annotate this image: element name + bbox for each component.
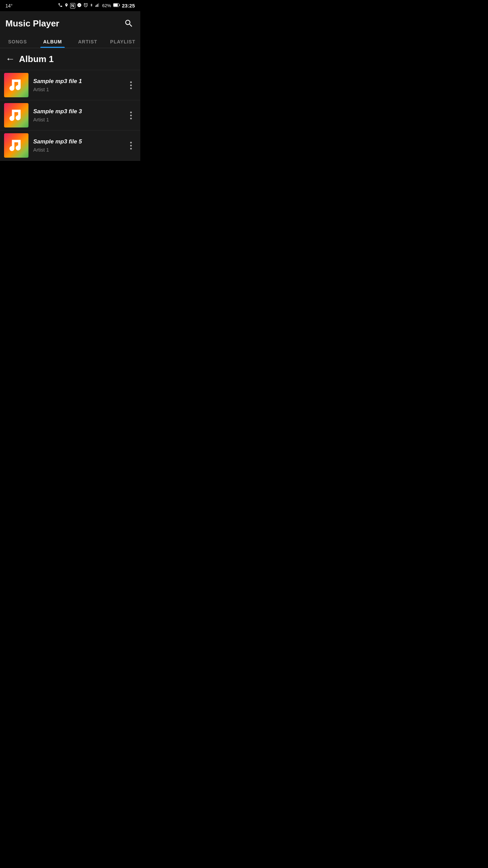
phone-icon xyxy=(58,3,63,8)
song-artist: Artist 1 xyxy=(33,86,125,92)
svg-rect-3 xyxy=(98,3,99,7)
bluetooth-icon xyxy=(90,3,93,8)
song-title: Sample mp3 file 5 xyxy=(33,138,125,145)
nfc-icon: N xyxy=(70,3,75,8)
music-note-icon xyxy=(9,108,24,123)
status-icons: N xyxy=(58,3,100,8)
song-artist: Artist 1 xyxy=(33,147,125,153)
signal-icon xyxy=(95,3,100,8)
alarm-icon xyxy=(83,3,88,8)
album-title: Album 1 xyxy=(19,54,54,64)
tab-bar: SONGS ALBUM ARTIST PLAYLIST xyxy=(0,34,140,48)
music-note-icon xyxy=(9,138,24,153)
song-thumbnail xyxy=(4,133,28,158)
app-title: Music Player xyxy=(5,18,59,29)
status-time: 23:25 xyxy=(122,3,135,8)
song-list: Sample mp3 file 1 Artist 1 Sample mp3 fi… xyxy=(0,70,140,161)
search-icon xyxy=(124,19,134,28)
more-options-button[interactable] xyxy=(125,107,136,123)
back-button[interactable]: ← xyxy=(5,54,15,64)
status-right: N xyxy=(58,3,135,8)
song-thumbnail xyxy=(4,103,28,127)
dnd-icon xyxy=(77,3,82,8)
song-title: Sample mp3 file 3 xyxy=(33,108,125,115)
svg-rect-1 xyxy=(96,5,97,7)
search-button[interactable] xyxy=(123,17,135,29)
more-options-button[interactable] xyxy=(125,137,136,154)
three-dots-icon xyxy=(130,112,132,119)
song-title: Sample mp3 file 1 xyxy=(33,78,125,85)
tab-songs[interactable]: SONGS xyxy=(0,34,35,48)
bottom-area xyxy=(0,161,140,262)
music-note-icon xyxy=(9,78,24,93)
album-header: ← Album 1 xyxy=(0,48,140,70)
battery-percent: 62% xyxy=(102,3,111,8)
more-options-button[interactable] xyxy=(125,77,136,93)
song-info: Sample mp3 file 1 Artist 1 xyxy=(33,78,125,92)
svg-rect-5 xyxy=(114,4,118,6)
song-info: Sample mp3 file 5 Artist 1 xyxy=(33,138,125,153)
song-item[interactable]: Sample mp3 file 5 Artist 1 xyxy=(0,131,140,161)
three-dots-icon xyxy=(130,81,132,89)
song-info: Sample mp3 file 3 Artist 1 xyxy=(33,108,125,122)
tab-album[interactable]: ALBUM xyxy=(35,34,70,48)
tab-artist[interactable]: ARTIST xyxy=(70,34,105,48)
status-bar: 14° N xyxy=(0,0,140,11)
song-item[interactable]: Sample mp3 file 1 Artist 1 xyxy=(0,70,140,100)
song-item[interactable]: Sample mp3 file 3 Artist 1 xyxy=(0,100,140,131)
song-thumbnail xyxy=(4,73,28,97)
battery-icon xyxy=(113,3,120,8)
svg-rect-0 xyxy=(95,5,96,7)
status-temperature: 14° xyxy=(5,3,13,8)
app-header: Music Player xyxy=(0,11,140,34)
svg-rect-2 xyxy=(97,4,98,7)
location-icon xyxy=(64,3,68,8)
tab-playlist[interactable]: PLAYLIST xyxy=(105,34,141,48)
three-dots-icon xyxy=(130,142,132,150)
song-artist: Artist 1 xyxy=(33,117,125,122)
